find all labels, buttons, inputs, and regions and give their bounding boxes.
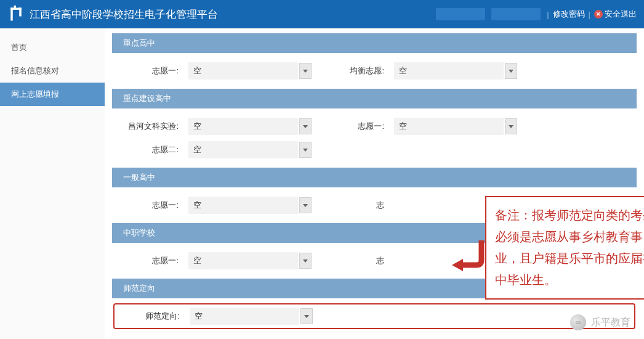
chevron-down-icon	[299, 142, 312, 158]
select-key-high-balance[interactable]: 空	[394, 62, 517, 80]
svg-rect-3	[14, 6, 17, 10]
section-header-general: 一般高中	[112, 168, 637, 187]
chevron-down-icon	[505, 118, 517, 134]
select-keybuild-choice2[interactable]: 空	[188, 141, 312, 158]
field-label: 志愿一:	[115, 255, 188, 266]
field-label: 师范定向:	[116, 311, 190, 322]
select-value: 空	[188, 62, 298, 80]
chevron-down-icon	[299, 197, 312, 213]
field-label: 志愿一:	[115, 65, 188, 76]
app-title: 江西省高中阶段学校招生电子化管理平台	[30, 7, 218, 22]
sidebar-item-verify[interactable]: 报名信息核对	[0, 59, 105, 83]
change-password-link[interactable]: 修改密码	[553, 9, 585, 20]
svg-rect-2	[19, 8, 22, 17]
select-value: 空	[188, 252, 298, 269]
safe-exit-link[interactable]: ✕ 安全退出	[594, 9, 637, 20]
field-label: 均衡志愿:	[339, 65, 394, 76]
exit-icon: ✕	[594, 10, 603, 18]
sidebar-item-home[interactable]: 首页	[0, 36, 105, 59]
header-left: 江西省高中阶段学校招生电子化管理平台	[7, 6, 218, 23]
select-value: 空	[188, 141, 298, 158]
select-vocational-choice1[interactable]: 空	[188, 252, 312, 269]
field-label: 志愿一:	[339, 121, 394, 132]
select-changhe[interactable]: 空	[188, 118, 312, 135]
chevron-down-icon	[505, 63, 517, 79]
select-value: 空	[188, 197, 298, 214]
select-key-high-choice1[interactable]: 空	[188, 62, 312, 80]
app-header: 江西省高中阶段学校招生电子化管理平台 | 修改密码 | ✕ 安全退出	[0, 0, 644, 28]
select-value: 空	[188, 118, 298, 135]
select-keybuild-choice1[interactable]: 空	[394, 118, 517, 135]
field-label: 志愿一:	[115, 200, 188, 211]
field-label-partial: 志	[339, 255, 394, 266]
app-logo-icon	[7, 6, 25, 23]
select-normal-school[interactable]: 空	[190, 308, 313, 325]
section-header-key-build: 重点建设高中	[112, 89, 637, 108]
main-content: 重点高中 志愿一: 空 均衡志愿: 空 重点建设高中 昌河文科实验:	[105, 28, 644, 339]
select-value: 空	[394, 118, 504, 135]
safe-exit-label: 安全退出	[605, 9, 637, 20]
select-general-choice1[interactable]: 空	[188, 197, 312, 214]
header-divider: |	[589, 10, 590, 19]
chevron-down-icon	[300, 308, 313, 324]
section-header-key-high: 重点高中	[112, 33, 637, 53]
callout-note: 备注：报考师范定向类的考生必须是志愿从事乡村教育事业，且户籍是乐平市的应届初中毕…	[485, 196, 644, 300]
field-label: 昌河文科实验:	[115, 121, 188, 132]
field-label: 志愿二:	[115, 144, 188, 155]
header-divider: |	[547, 10, 549, 19]
header-right: | 修改密码 | ✕ 安全退出	[436, 8, 637, 20]
select-value: 空	[394, 62, 504, 80]
sidebar-item-application[interactable]: 网上志愿填报	[0, 83, 105, 106]
chevron-down-icon	[299, 63, 312, 79]
chevron-down-icon	[299, 118, 312, 134]
chevron-down-icon	[299, 253, 312, 269]
normal-school-highlight-box: 师范定向: 空	[113, 303, 635, 329]
select-value: 空	[190, 308, 299, 325]
user-info-pill	[436, 8, 485, 20]
user-info-pill-2	[491, 8, 541, 20]
sidebar: 首页 报名信息核对 网上志愿填报	[0, 28, 105, 339]
field-label-partial: 志	[339, 200, 394, 211]
